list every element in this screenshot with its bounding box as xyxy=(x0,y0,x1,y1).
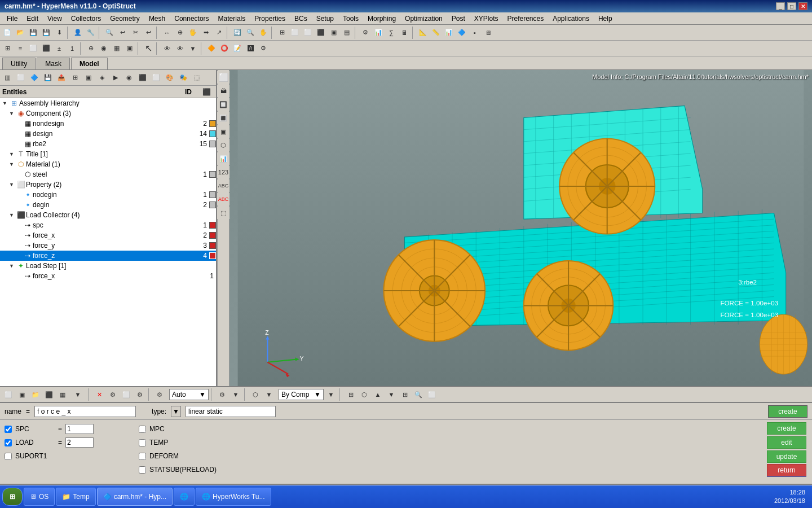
return-button[interactable]: return xyxy=(767,464,806,476)
tb-pan[interactable]: ✋ xyxy=(257,27,270,39)
tb-b5[interactable]: ▤ xyxy=(341,27,353,39)
lp-icon3[interactable]: 🔷 xyxy=(28,72,41,84)
menu-preferences[interactable]: Preferences xyxy=(502,14,548,24)
tb-d5[interactable]: ▪ xyxy=(469,27,481,39)
tb-btn-14[interactable]: 🖐 xyxy=(187,27,199,39)
tb-btn-8[interactable]: 🔍 xyxy=(103,27,116,39)
viewport[interactable]: Model Info: C:/Program Files/Altair/11.0… xyxy=(230,70,812,386)
lp-icon4[interactable]: 💾 xyxy=(42,72,54,84)
menu-collectors[interactable]: Collectors xyxy=(67,14,105,24)
rv-btn4[interactable]: 🔳 xyxy=(217,112,230,124)
update-btn[interactable]: update xyxy=(767,450,806,463)
menu-setup[interactable]: Setup xyxy=(312,14,338,24)
tree-force-z[interactable]: ⇢ force_z 4 xyxy=(0,251,216,261)
lp-icon11[interactable]: ⬛ xyxy=(136,72,149,84)
spc-checkbox[interactable] xyxy=(5,426,12,433)
tb-c1[interactable]: ⚙ xyxy=(359,27,372,39)
tb2-h4[interactable]: 🅰 xyxy=(244,42,257,55)
tb-btn-7[interactable]: 🔧 xyxy=(85,27,97,39)
taskbar-ie-icon[interactable]: 🌐 xyxy=(174,488,195,506)
tree-rbe2[interactable]: ▦ rbe2 15 xyxy=(0,139,216,149)
save-btn[interactable]: 💾 xyxy=(27,27,39,39)
tb-btn-11[interactable]: ↩ xyxy=(142,27,155,39)
tb2-h3[interactable]: 📝 xyxy=(231,42,244,55)
bt-e1[interactable]: ⚙ xyxy=(216,388,228,401)
menu-bcs[interactable]: BCs xyxy=(290,14,312,24)
tab-mask[interactable]: Mask xyxy=(37,58,70,69)
auto-selector[interactable]: Auto ▼ xyxy=(169,389,209,400)
tb2-e6[interactable]: 1 xyxy=(66,42,78,55)
bt-g1[interactable]: ▼ xyxy=(325,388,337,401)
menu-optimization[interactable]: Optimization xyxy=(400,14,447,24)
tb2-g2[interactable]: 👁 xyxy=(174,42,186,55)
rv-btn11[interactable]: ⬚ xyxy=(217,207,230,219)
rv-btn6[interactable]: ⬡ xyxy=(217,139,230,151)
bt-b3[interactable]: 📁 xyxy=(29,388,42,401)
bt-h6[interactable]: 🔍 xyxy=(412,388,425,401)
tb2-cursor[interactable]: ↖ xyxy=(142,42,155,55)
tree-force-x[interactable]: ⇢ force_x 2 xyxy=(0,230,216,240)
tb-b3[interactable]: ⬛ xyxy=(315,27,327,39)
bycomp-dropdown-icon[interactable]: ▼ xyxy=(314,391,321,398)
menu-mesh[interactable]: Mesh xyxy=(144,14,170,24)
taskbar-hyperworks-tut[interactable]: 🌐 HyperWorks Tu... xyxy=(196,488,271,506)
menu-tools[interactable]: Tools xyxy=(338,14,363,24)
tb2-f2[interactable]: ◉ xyxy=(98,42,110,55)
bt-c4[interactable]: ⚙ xyxy=(134,388,146,401)
tb2-h5[interactable]: ⚙ xyxy=(257,42,270,55)
tree-container[interactable]: ▼ ⊞ Assembly Hierarchy ▼ ◉ Component (3)… xyxy=(0,98,216,386)
tb-zoom[interactable]: 🔍 xyxy=(244,27,257,39)
taskbar-os[interactable]: 🖥 OS xyxy=(24,488,55,506)
lp-icon12[interactable]: ⬜ xyxy=(150,72,162,84)
tab-model[interactable]: Model xyxy=(71,58,108,69)
bt-f1[interactable]: ⬡ xyxy=(249,388,262,401)
bt-b2[interactable]: ▣ xyxy=(16,388,28,401)
tree-spc[interactable]: ⇢ spc 1 xyxy=(0,220,216,230)
statsub-checkbox[interactable] xyxy=(139,466,146,474)
maximize-button[interactable]: □ xyxy=(787,2,796,10)
rv-btn2[interactable]: 🏔 xyxy=(217,85,230,97)
rv-btn5[interactable]: ▣ xyxy=(217,125,230,138)
bycomp-selector[interactable]: By Comp ▼ xyxy=(279,389,324,400)
menu-xyplots[interactable]: XYPlots xyxy=(470,14,503,24)
tb2-h2[interactable]: ⭕ xyxy=(218,42,231,55)
tb2-e4[interactable]: ⬛ xyxy=(40,42,52,55)
menu-morphing[interactable]: Morphing xyxy=(363,14,400,24)
tb-rotate[interactable]: 🔄 xyxy=(231,27,244,39)
lp-icon6[interactable]: ⊞ xyxy=(69,72,81,84)
bt-h2[interactable]: ⬡ xyxy=(358,388,370,401)
tb2-f1[interactable]: ⊕ xyxy=(85,42,97,55)
tree-degin[interactable]: 🔹 degin 2 xyxy=(0,200,216,210)
rv-btn7[interactable]: 📊 xyxy=(217,152,230,165)
rv-btn3[interactable]: 🔲 xyxy=(217,98,230,111)
tb-c3[interactable]: ∑ xyxy=(385,27,398,39)
save2-btn[interactable]: 💾 xyxy=(40,27,52,39)
ls-type-input[interactable] xyxy=(186,406,276,417)
create-btn2[interactable]: create xyxy=(767,422,806,435)
bt-b6[interactable]: ▼ xyxy=(70,388,86,401)
create-button[interactable]: create xyxy=(768,405,807,418)
lp-icon15[interactable]: ⬚ xyxy=(191,72,203,84)
menu-file[interactable]: File xyxy=(2,14,22,24)
tb2-g1[interactable]: 👁 xyxy=(161,42,173,55)
tb2-f4[interactable]: ▣ xyxy=(123,42,136,55)
bt-e2[interactable]: ▼ xyxy=(230,388,242,401)
lp-icon13[interactable]: 🎨 xyxy=(164,72,176,84)
close-button[interactable]: ✕ xyxy=(798,2,807,10)
tree-assembly-hierarchy[interactable]: ▼ ⊞ Assembly Hierarchy xyxy=(0,98,216,108)
bt-h4[interactable]: ▼ xyxy=(385,388,398,401)
tb-d6[interactable]: 🖥 xyxy=(482,27,494,39)
tree-force-y[interactable]: ⇢ force_y 3 xyxy=(0,240,216,251)
tb-b4[interactable]: ▣ xyxy=(328,27,340,39)
menu-view[interactable]: View xyxy=(43,14,67,24)
menu-connectors[interactable]: Connectors xyxy=(170,14,213,24)
tb-c2[interactable]: 📊 xyxy=(372,27,385,39)
tree-load-collector[interactable]: ▼ ⬛ Load Collector (4) xyxy=(0,210,216,220)
lp-icon1[interactable]: ▥ xyxy=(1,72,14,84)
rv-btn9[interactable]: ABC xyxy=(217,179,230,192)
lp-icon9[interactable]: ▶ xyxy=(109,72,122,84)
minimize-button[interactable]: _ xyxy=(776,2,785,10)
temp-checkbox[interactable] xyxy=(139,439,146,446)
tb-btn-16[interactable]: ↗ xyxy=(213,27,225,39)
edit-btn[interactable]: edit xyxy=(767,436,806,449)
